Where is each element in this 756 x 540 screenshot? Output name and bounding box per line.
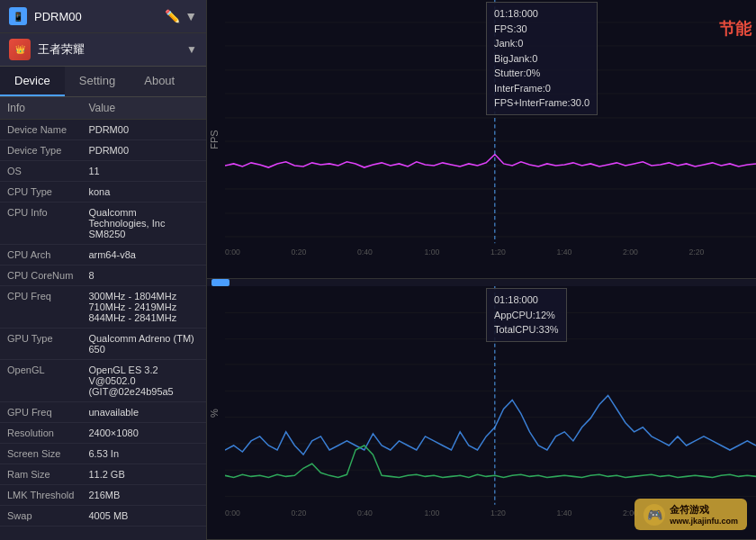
fps-watermark: 节能 [719,18,752,40]
cpu-tooltip: 01:18:000 AppCPU:12% TotalCPU:33% [486,288,567,342]
tooltip-time: 01:18:000 [494,6,590,22]
row-info: Swap [0,506,81,526]
svg-text:1:20: 1:20 [490,508,506,518]
row-info: GPU Type [0,328,81,360]
tooltip-interframe: InterFrame:0 [494,81,590,96]
device-selector[interactable]: 📱 PDRM00 ✏️ ▼ [0,0,206,33]
table-row: LMK Threshold216MB [0,485,206,506]
device-edit-icon[interactable]: ✏️ [165,9,180,23]
row-value: 300MHz - 1804MHz 710MHz - 2419MHz 844MHz… [81,286,206,328]
app-selector[interactable]: 👑 王者荣耀 ▼ [0,33,206,67]
row-value: OpenGL ES 3.2 V@0502.0 (GIT@02e24b95a5 [81,360,206,402]
cpu-chart-panel: % 0 10 20 30 40 50 60 70 [207,286,756,540]
tooltip-jank: Jank:0 [494,36,590,51]
row-value: arm64-v8a [81,245,206,266]
table-row: Device TypePDRM00 [0,140,206,161]
cpu-chart-label: % [209,409,220,418]
row-info: GPU Freq [0,402,81,423]
table-row: GPU Frequnavailable [0,402,206,423]
tab-setting[interactable]: Setting [65,67,130,96]
row-info: Resolution [0,423,81,444]
svg-text:0:40: 0:40 [357,247,373,256]
svg-text:0:00: 0:00 [225,247,240,256]
device-dropdown-icon[interactable]: ▼ [184,9,197,23]
brand-url: www.jkajinfu.com [670,517,738,526]
row-info: Screen Size [0,444,81,464]
row-value: Qualcomm Technologies, Inc SM8250 [81,202,206,245]
row-value: 2400×1080 [81,423,206,444]
brand-name: 金符游戏 [670,503,738,517]
app-icon: 👑 [9,39,31,60]
row-value: 8 [81,266,206,286]
tab-about[interactable]: About [130,67,189,96]
svg-text:1:00: 1:00 [424,247,439,256]
fps-chart-label: FPS [209,130,220,148]
info-table: Info Value Device NamePDRM00Device TypeP… [0,97,206,540]
svg-text:0:20: 0:20 [292,247,307,256]
scrollbar-thumb[interactable] [212,279,230,286]
row-value: PDRM00 [81,140,206,161]
col-value: Value [81,97,206,120]
table-row: Device NamePDRM00 [0,120,206,140]
fps-chart-panel: FPS 0 10 20 30 40 50 60 70 80 90 [207,0,756,279]
table-row: Ram Size11.2 GB [0,464,206,485]
row-value: Qualcomm Adreno (TM) 650 [81,328,206,360]
svg-text:0:00: 0:00 [225,508,240,518]
cpu-tooltip-appcpu: AppCPU:12% [494,308,559,323]
row-info: Device Name [0,120,81,140]
app-dropdown-icon[interactable]: ▼ [186,43,197,56]
table-row: GPU TypeQualcomm Adreno (TM) 650 [0,328,206,360]
row-info: CPU Arch [0,245,81,266]
row-info: Device Type [0,140,81,161]
svg-text:1:40: 1:40 [557,508,572,518]
svg-text:1:20: 1:20 [490,247,506,256]
fps-tooltip: 01:18:000 FPS:30 Jank:0 BigJank:0 Stutte… [486,2,598,115]
row-info: OpenGL [0,360,81,402]
table-row: CPU Freq300MHz - 1804MHz 710MHz - 2419MH… [0,286,206,328]
row-value: 11.2 GB [81,464,206,485]
row-value: PDRM00 [81,120,206,140]
device-name-label: PDRM00 [34,10,160,23]
row-info: Ram Size [0,464,81,485]
row-value: 11 [81,161,206,182]
table-row: OS11 [0,161,206,182]
tooltip-stutter: Stutter:0% [494,66,590,81]
row-value: unavailable [81,402,206,423]
row-info: OS [0,161,81,182]
table-row: Swap4005 MB [0,506,206,526]
cpu-tooltip-totalcpu: TotalCPU:33% [494,322,559,338]
row-value: 216MB [81,485,206,506]
col-info: Info [0,97,81,120]
table-row: CPU Typekona [0,182,206,202]
table-row: CPU CoreNum8 [0,266,206,286]
svg-text:0:20: 0:20 [292,508,307,518]
sidebar: 📱 PDRM00 ✏️ ▼ 👑 王者荣耀 ▼ Device Setting Ab… [0,0,207,540]
device-icon: 📱 [9,7,27,25]
row-info: CPU CoreNum [0,266,81,286]
tab-bar: Device Setting About [0,67,206,97]
tooltip-fps: FPS:30 [494,22,590,37]
svg-text:2:20: 2:20 [689,247,705,256]
tab-device[interactable]: Device [0,67,65,96]
table-row: CPU Archarm64-v8a [0,245,206,266]
row-info: CPU Info [0,202,81,245]
brand-badge: 🎮 金符游戏 www.jkajinfu.com [634,499,747,530]
cpu-tooltip-time: 01:18:000 [494,292,559,308]
svg-text:1:40: 1:40 [557,247,572,256]
row-value: kona [81,182,206,202]
svg-text:0:40: 0:40 [357,508,373,518]
timeline-scrollbar[interactable] [207,279,756,286]
row-info: LMK Threshold [0,485,81,506]
row-info: CPU Type [0,182,81,202]
svg-text:1:00: 1:00 [424,508,439,518]
table-row: Screen Size6.53 In [0,444,206,464]
table-row: Resolution2400×1080 [0,423,206,444]
app-name-label: 王者荣耀 [38,41,186,58]
tooltip-bigjank: BigJank:0 [494,51,590,67]
row-value: 6.53 In [81,444,206,464]
row-info: CPU Freq [0,286,81,328]
brand-icon: 🎮 [644,504,665,526]
tooltip-fpsinterframe: FPS+InterFrame:30.0 [494,95,590,111]
table-row: CPU InfoQualcomm Technologies, Inc SM825… [0,202,206,245]
row-value: 4005 MB [81,506,206,526]
